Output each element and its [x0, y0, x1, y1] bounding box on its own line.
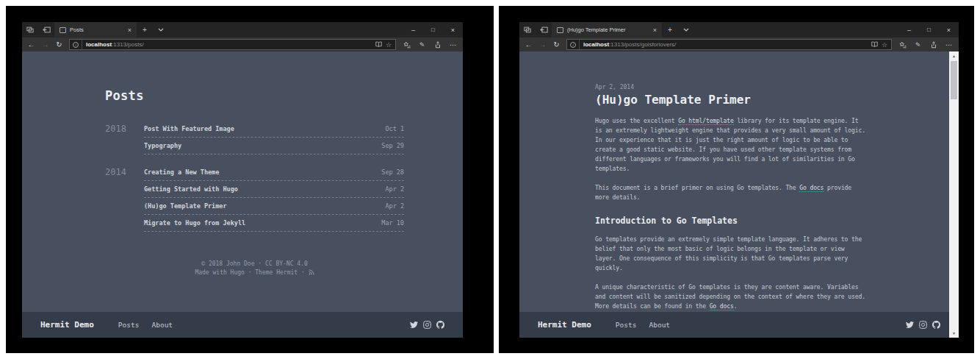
- scroll-down-icon[interactable]: ▼: [949, 329, 959, 338]
- tab-preview-icon[interactable]: [22, 22, 38, 38]
- tab-list-chevron-icon[interactable]: [153, 22, 169, 38]
- nav-link-about[interactable]: About: [151, 321, 173, 329]
- post-title-link[interactable]: Getting Started with Hugo: [144, 185, 238, 193]
- post-row[interactable]: Post With Featured ImageOct 1: [144, 121, 404, 138]
- post-title-link[interactable]: Creating a New Theme: [144, 168, 219, 176]
- post-group: 2014Creating a New ThemeSep 28Getting St…: [105, 164, 404, 232]
- article-container: Apr 2, 2014 (Hu)go Template Primer Hugo …: [519, 51, 959, 312]
- tab-bar: (Hu)go Template Primer × + – □ ×: [519, 22, 959, 38]
- favorite-star-icon[interactable]: ☆: [882, 41, 887, 49]
- reading-view-icon[interactable]: [375, 41, 382, 49]
- text-segment: This document is a brief primer on using…: [595, 185, 799, 191]
- url-host: localhost: [583, 41, 609, 48]
- web-note-pen-icon[interactable]: ✎: [414, 41, 430, 49]
- inline-link[interactable]: Go docs: [799, 185, 824, 192]
- paragraph: A unique characteristic of Go templates …: [595, 282, 867, 311]
- post-title-link[interactable]: Migrate to Hugo from Jekyll: [144, 219, 245, 227]
- post-items: Creating a New ThemeSep 28Getting Starte…: [144, 164, 404, 232]
- scrollbar-thumb[interactable]: [951, 61, 957, 99]
- forward-button[interactable]: →: [38, 40, 52, 49]
- tab-title: (Hu)go Template Primer: [567, 26, 648, 33]
- instagram-icon[interactable]: [423, 321, 431, 329]
- forward-button[interactable]: →: [536, 40, 550, 49]
- page-viewport: Posts 2018Post With Featured ImageOct 1T…: [22, 51, 463, 338]
- browser-window-posts: Posts × + – □ × ← → ↻ i localhost: [22, 22, 463, 338]
- url-path: :1313/posts/goisforlovers/: [609, 41, 676, 48]
- post-list: 2018Post With Featured ImageOct 1Typogra…: [105, 121, 404, 232]
- set-tabs-aside-icon[interactable]: [536, 22, 552, 38]
- tab-bar: Posts × + – □ ×: [22, 22, 463, 38]
- post-row[interactable]: Getting Started with HugoApr 2: [144, 181, 404, 198]
- scrollbar[interactable]: ▲ ▼: [949, 51, 959, 338]
- address-bar[interactable]: i localhost :1313/posts/ ☆: [69, 39, 396, 50]
- nav-link-posts[interactable]: Posts: [118, 321, 140, 329]
- twitter-icon[interactable]: [906, 321, 914, 329]
- back-button[interactable]: ←: [522, 40, 536, 49]
- browser-tab[interactable]: (Hu)go Template Primer ×: [552, 22, 662, 38]
- more-menu-icon[interactable]: ⋯: [445, 41, 461, 49]
- minimize-button[interactable]: –: [899, 22, 919, 38]
- inline-link[interactable]: Go docs: [710, 303, 734, 310]
- post-date: Sep 28: [381, 168, 404, 176]
- social-links: [410, 321, 444, 329]
- favorites-hub-icon[interactable]: [399, 41, 414, 49]
- refresh-button[interactable]: ↻: [52, 40, 66, 49]
- address-bar[interactable]: i localhost :1313/posts/goisforlovers/ ☆: [566, 39, 892, 50]
- close-button[interactable]: ×: [939, 22, 959, 38]
- share-icon[interactable]: [430, 41, 445, 49]
- reading-view-icon[interactable]: [871, 41, 878, 49]
- share-icon[interactable]: [926, 41, 941, 49]
- scroll-up-icon[interactable]: ▲: [949, 51, 959, 60]
- post-row[interactable]: Creating a New ThemeSep 28: [144, 164, 404, 181]
- address-bar-actions: ☆: [871, 41, 891, 49]
- post-date: Apr 2: [385, 185, 404, 193]
- post-group: 2018Post With Featured ImageOct 1Typogra…: [105, 121, 404, 154]
- tab-close-icon[interactable]: ×: [126, 26, 131, 34]
- post-date: Apr 2: [385, 202, 404, 210]
- github-icon[interactable]: [932, 321, 940, 329]
- set-tabs-aside-icon[interactable]: [38, 22, 54, 38]
- site-info-icon[interactable]: i: [567, 40, 580, 49]
- tab-close-icon[interactable]: ×: [652, 26, 657, 34]
- back-button[interactable]: ←: [24, 40, 38, 49]
- maximize-button[interactable]: □: [423, 22, 443, 38]
- nav-link-about[interactable]: About: [649, 321, 670, 329]
- more-menu-icon[interactable]: ⋯: [941, 41, 956, 49]
- post-date: Mar 10: [381, 219, 404, 227]
- refresh-button[interactable]: ↻: [550, 40, 563, 49]
- article-page: Apr 2, 2014 (Hu)go Template Primer Hugo …: [519, 51, 959, 312]
- twitter-icon[interactable]: [410, 321, 418, 329]
- post-row[interactable]: (Hu)go Template PrimerApr 2: [144, 198, 404, 215]
- browser-tab[interactable]: Posts ×: [54, 22, 137, 38]
- article-body: Hugo uses the excellent Go html/template…: [595, 116, 867, 312]
- maximize-button[interactable]: □: [919, 22, 939, 38]
- tab-preview-icon[interactable]: [519, 22, 536, 38]
- post-title-link[interactable]: Typography: [144, 142, 181, 149]
- close-button[interactable]: ×: [443, 22, 463, 38]
- footer-credits: Made with Hugo · Theme Hermit ·: [105, 269, 404, 277]
- new-tab-button[interactable]: +: [137, 22, 153, 38]
- tab-list-chevron-icon[interactable]: [678, 22, 694, 38]
- post-row[interactable]: TypographySep 29: [144, 138, 404, 154]
- tabbar-spacer: [694, 22, 899, 38]
- nav-link-posts[interactable]: Posts: [616, 321, 637, 329]
- page-favicon-icon: [557, 27, 563, 33]
- url-path: :1313/posts/: [112, 41, 144, 48]
- text-segment: Go templates provide an extremely simple…: [595, 236, 862, 271]
- post-title-link[interactable]: (Hu)go Template Primer: [144, 202, 227, 210]
- browser-window-article: (Hu)go Template Primer × + – □ × ← → ↻ i…: [519, 22, 959, 338]
- minimize-button[interactable]: –: [403, 22, 423, 38]
- github-icon[interactable]: [436, 321, 444, 329]
- post-row[interactable]: Migrate to Hugo from JekyllMar 10: [144, 215, 404, 232]
- site-brand-link[interactable]: Hermit Demo: [40, 320, 94, 330]
- inline-link[interactable]: Go html/template: [678, 118, 733, 125]
- favorite-star-icon[interactable]: ☆: [386, 41, 392, 49]
- post-title-link[interactable]: Post With Featured Image: [144, 125, 234, 132]
- instagram-icon[interactable]: [919, 321, 927, 329]
- web-note-pen-icon[interactable]: ✎: [910, 41, 926, 49]
- site-brand-link[interactable]: Hermit Demo: [538, 320, 591, 330]
- site-info-icon[interactable]: i: [70, 40, 82, 49]
- rss-icon[interactable]: [309, 269, 314, 276]
- new-tab-button[interactable]: +: [662, 22, 678, 38]
- favorites-hub-icon[interactable]: [895, 41, 910, 49]
